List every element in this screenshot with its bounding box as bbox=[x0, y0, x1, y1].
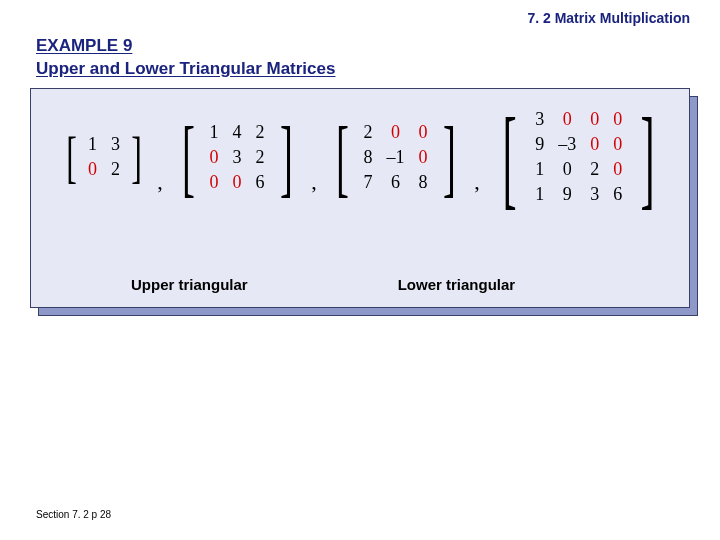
cell: 1 bbox=[81, 132, 104, 157]
cell: 3 bbox=[583, 182, 606, 207]
cell: 9 bbox=[528, 132, 551, 157]
cell: 0 bbox=[226, 170, 249, 195]
example-number: EXAMPLE 9 bbox=[36, 36, 132, 55]
matrix-4: [ 3000 9–300 1020 1936 ] bbox=[491, 107, 667, 207]
matrix-2: [ 142 032 006 ] bbox=[174, 120, 300, 195]
cell: 3 bbox=[226, 145, 249, 170]
example-title: EXAMPLE 9 Upper and Lower Triangular Mat… bbox=[36, 35, 335, 81]
cell: 0 bbox=[380, 120, 412, 145]
cell: 0 bbox=[551, 157, 583, 182]
cell: 0 bbox=[606, 157, 629, 182]
separator: , bbox=[474, 169, 480, 195]
cell: 3 bbox=[528, 107, 551, 132]
cell: 0 bbox=[203, 145, 226, 170]
cell: –1 bbox=[380, 145, 412, 170]
example-subtitle: Upper and Lower Triangular Matrices bbox=[36, 58, 335, 81]
cell: 6 bbox=[380, 170, 412, 195]
cell: 0 bbox=[606, 132, 629, 157]
separator: , bbox=[311, 169, 317, 195]
cell: 1 bbox=[203, 120, 226, 145]
cell: 1 bbox=[528, 157, 551, 182]
example-panel: [ 13 02 ] , [ 142 032 006 ] bbox=[30, 88, 690, 308]
matrix-1: [ 13 02 ] bbox=[62, 132, 147, 182]
cell: 4 bbox=[226, 120, 249, 145]
cell: 0 bbox=[412, 145, 435, 170]
label-row: Upper triangular Lower triangular bbox=[31, 276, 689, 293]
separator: , bbox=[157, 169, 163, 195]
cell: 6 bbox=[606, 182, 629, 207]
cell: 8 bbox=[412, 170, 435, 195]
cell: 0 bbox=[412, 120, 435, 145]
matrix-3: [ 200 8–10 768 ] bbox=[328, 120, 463, 195]
matrix-row: [ 13 02 ] , [ 142 032 006 ] bbox=[31, 89, 689, 211]
cell: 0 bbox=[583, 132, 606, 157]
cell: 2 bbox=[357, 120, 380, 145]
label-lower: Lower triangular bbox=[398, 276, 516, 293]
cell: 0 bbox=[551, 107, 583, 132]
cell: 2 bbox=[583, 157, 606, 182]
cell: 2 bbox=[249, 120, 272, 145]
cell: 0 bbox=[583, 107, 606, 132]
cell: 0 bbox=[606, 107, 629, 132]
cell: 1 bbox=[528, 182, 551, 207]
cell: –3 bbox=[551, 132, 583, 157]
panel: [ 13 02 ] , [ 142 032 006 ] bbox=[30, 88, 690, 308]
cell: 2 bbox=[249, 145, 272, 170]
cell: 0 bbox=[203, 170, 226, 195]
cell: 7 bbox=[357, 170, 380, 195]
cell: 9 bbox=[551, 182, 583, 207]
cell: 8 bbox=[357, 145, 380, 170]
cell: 0 bbox=[81, 157, 104, 182]
cell: 3 bbox=[104, 132, 127, 157]
page-footer: Section 7. 2 p 28 bbox=[36, 509, 111, 520]
section-header: 7. 2 Matrix Multiplication bbox=[527, 10, 690, 26]
cell: 6 bbox=[249, 170, 272, 195]
label-upper: Upper triangular bbox=[131, 276, 248, 293]
cell: 2 bbox=[104, 157, 127, 182]
